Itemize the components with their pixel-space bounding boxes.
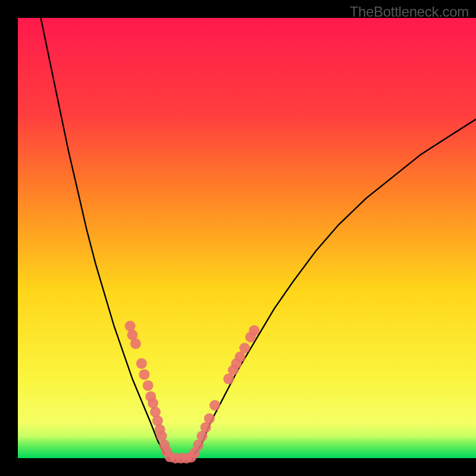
scatter-point — [130, 339, 141, 349]
scatter-point — [136, 358, 147, 369]
chart-stage: TheBottleneck.com — [0, 0, 476, 476]
watermark-text: TheBottleneck.com — [350, 4, 469, 20]
chart-svg — [0, 0, 476, 476]
scatter-point — [209, 400, 220, 411]
plot-background — [18, 18, 476, 458]
scatter-point — [139, 369, 150, 380]
scatter-point — [143, 380, 154, 391]
scatter-point — [249, 325, 259, 336]
scatter-point — [204, 413, 215, 424]
scatter-point — [239, 343, 250, 353]
